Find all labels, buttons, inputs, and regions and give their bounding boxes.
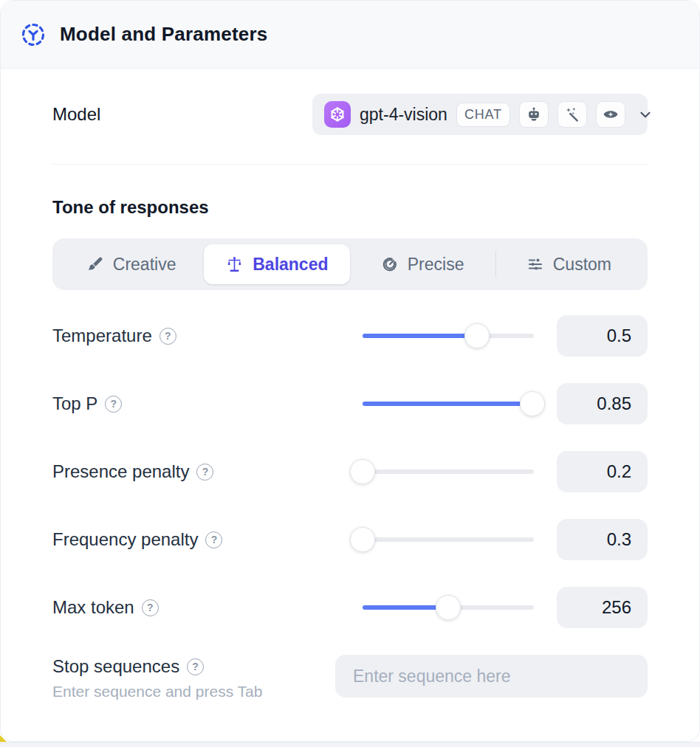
chevron-down-icon [637, 106, 653, 123]
frequency-penalty-row: Frequency penalty ? 0.3 [52, 519, 648, 560]
tab-label: Precise [408, 255, 464, 275]
temperature-row: Temperature ? 0.5 [52, 315, 648, 357]
top-p-value[interactable]: 0.85 [557, 383, 648, 424]
tone-tab-bar: Creative Balanced [52, 238, 648, 290]
presence-penalty-row: Presence penalty ? 0.2 [52, 451, 648, 492]
paintbrush-icon [86, 255, 104, 273]
max-token-slider[interactable] [363, 595, 534, 620]
stop-sequences-row: Stop sequences ? Enter sequence and pres… [52, 655, 648, 700]
frequency-penalty-slider[interactable] [363, 527, 534, 552]
presence-penalty-value[interactable]: 0.2 [557, 451, 648, 492]
tab-label: Balanced [253, 255, 328, 275]
bot-icon [519, 101, 549, 128]
slider-thumb[interactable] [436, 595, 461, 620]
openai-logo-icon [324, 101, 351, 128]
section-divider [52, 164, 648, 165]
tab-label: Custom [553, 255, 611, 275]
help-icon[interactable]: ? [105, 396, 122, 413]
tab-precise[interactable]: Precise [350, 244, 495, 284]
help-icon[interactable]: ? [159, 328, 176, 345]
top-p-row: Top P ? 0.85 [52, 383, 648, 424]
background-bottom-strip [0, 742, 700, 747]
stop-sequences-label: Stop sequences [52, 656, 179, 677]
top-p-label: Top P [52, 393, 97, 414]
tone-heading: Tone of responses [52, 197, 648, 218]
slider-thumb[interactable] [520, 391, 545, 416]
chat-type-badge: CHAT [456, 103, 510, 127]
max-token-label: Max token [52, 597, 134, 618]
target-goal-icon [381, 255, 399, 273]
tab-custom[interactable]: Custom [496, 244, 642, 284]
slider-thumb[interactable] [464, 323, 490, 348]
wand-sparkles-icon [557, 101, 587, 128]
model-parameters-panel: Model and Parameters Model [0, 0, 700, 742]
selected-model-name: gpt-4-vision [360, 105, 447, 125]
help-icon[interactable]: ? [187, 658, 204, 675]
tab-balanced[interactable]: Balanced [204, 244, 349, 284]
vision-eye-icon [596, 101, 625, 128]
frequency-penalty-label: Frequency penalty [52, 529, 198, 550]
balance-scale-icon [225, 255, 244, 274]
frequency-penalty-value[interactable]: 0.3 [557, 519, 648, 560]
help-icon[interactable]: ? [205, 531, 222, 548]
stop-sequence-input[interactable] [335, 655, 648, 698]
presence-penalty-slider[interactable] [363, 459, 534, 484]
temperature-label: Temperature [52, 326, 152, 346]
sliders-icon [526, 255, 544, 273]
stop-sequences-hint: Enter sequence and press Tab [52, 683, 262, 700]
panel-header: Model and Parameters [1, 1, 699, 69]
model-label: Model [52, 104, 100, 125]
model-scan-icon [20, 21, 47, 48]
tab-label: Creative [113, 255, 176, 275]
page-title: Model and Parameters [60, 23, 267, 46]
top-p-slider[interactable] [363, 391, 534, 416]
presence-penalty-label: Presence penalty [52, 461, 189, 482]
temperature-value[interactable]: 0.5 [557, 315, 648, 357]
temperature-slider[interactable] [363, 323, 534, 348]
max-token-value[interactable]: 256 [557, 587, 648, 628]
slider-thumb[interactable] [350, 527, 375, 552]
model-row: Model gpt-4-visi [52, 94, 648, 135]
parameter-list: Temperature ? 0.5 Top P ? 0.85 [52, 315, 648, 628]
slider-thumb[interactable] [350, 459, 375, 484]
max-token-row: Max token ? 256 [52, 587, 648, 628]
help-icon[interactable]: ? [196, 464, 213, 481]
model-select[interactable]: gpt-4-vision CHAT [312, 94, 648, 135]
help-icon[interactable]: ? [142, 599, 159, 616]
tab-creative[interactable]: Creative [58, 244, 204, 284]
